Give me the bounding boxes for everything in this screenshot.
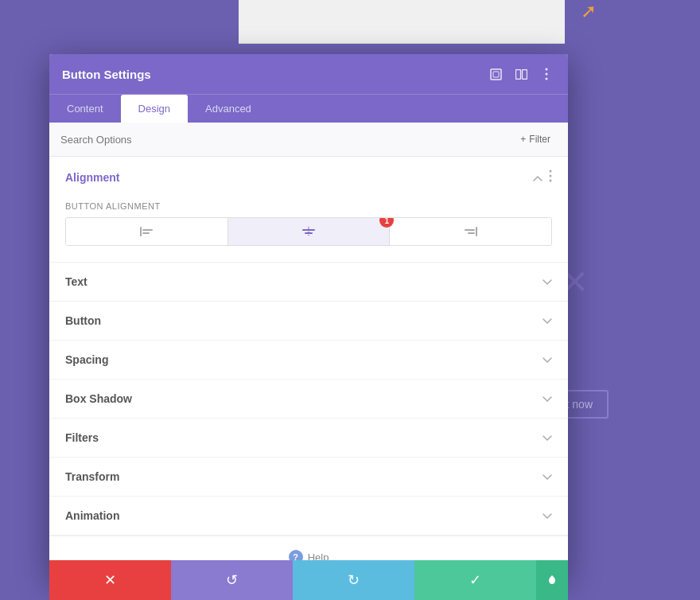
section-spacing: Spacing	[49, 341, 568, 380]
filter-label: Filter	[529, 134, 550, 145]
section-button: Button	[49, 302, 568, 341]
section-alignment-title: Alignment	[65, 171, 119, 184]
section-animation-title: Animation	[65, 509, 119, 522]
tab-content[interactable]: Content	[49, 95, 121, 123]
search-input[interactable]	[60, 134, 514, 146]
extra-action-button[interactable]	[536, 560, 568, 600]
section-transform-header[interactable]: Transform	[49, 458, 568, 496]
button-chevron-icon	[542, 315, 552, 327]
section-transform: Transform	[49, 458, 568, 497]
button-settings-modal: Button Settings	[49, 54, 568, 577]
alignment-content: Button Alignment 1	[49, 198, 568, 262]
section-spacing-header[interactable]: Spacing	[49, 341, 568, 379]
redo-button[interactable]: ↻	[293, 560, 414, 600]
align-center-button[interactable]: 1	[228, 218, 391, 245]
save-button[interactable]: ✓	[414, 560, 536, 600]
alignment-buttons-group: 1	[65, 217, 552, 246]
section-filters-title: Filters	[65, 431, 99, 444]
section-button-title: Button	[65, 314, 101, 327]
section-transform-title: Transform	[65, 470, 119, 483]
more-options-icon[interactable]	[538, 65, 555, 83]
button-alignment-label: Button Alignment	[65, 201, 552, 211]
svg-point-6	[546, 78, 548, 80]
alignment-chevron-up-icon	[533, 172, 542, 184]
svg-point-5	[546, 73, 548, 76]
reset-button[interactable]: ↺	[171, 560, 293, 600]
section-text-header[interactable]: Text	[49, 263, 568, 301]
modal-title: Button Settings	[62, 68, 151, 81]
section-animation-header[interactable]: Animation	[49, 497, 568, 535]
tab-advanced[interactable]: Advanced	[188, 95, 269, 123]
align-left-button[interactable]	[66, 218, 228, 245]
section-animation: Animation	[49, 497, 568, 536]
columns-icon[interactable]	[512, 65, 530, 83]
section-box-shadow-title: Box Shadow	[65, 392, 132, 405]
box-shadow-chevron-icon	[542, 393, 552, 405]
section-box-shadow: Box Shadow	[49, 380, 568, 419]
section-text: Text	[49, 263, 568, 302]
animation-chevron-icon	[542, 510, 552, 522]
modal-header: Button Settings	[49, 54, 568, 94]
bg-arrow: ➚	[581, 0, 597, 22]
section-box-shadow-header[interactable]: Box Shadow	[49, 380, 568, 418]
svg-point-8	[550, 175, 552, 177]
section-button-header[interactable]: Button	[49, 302, 568, 340]
alignment-dots-icon[interactable]	[549, 169, 552, 185]
filters-chevron-icon	[542, 432, 552, 444]
spacing-chevron-icon	[542, 354, 552, 366]
section-alignment: Alignment	[49, 157, 568, 263]
modal-tabs: Content Design Advanced	[49, 94, 568, 123]
transform-chevron-icon	[542, 471, 552, 483]
svg-rect-3	[522, 69, 527, 79]
action-bar: ✕ ↺ ↻ ✓	[49, 560, 568, 600]
cancel-button[interactable]: ✕	[49, 560, 171, 600]
section-filters-header[interactable]: Filters	[49, 419, 568, 457]
section-alignment-header[interactable]: Alignment	[49, 157, 568, 198]
svg-point-4	[546, 68, 548, 71]
text-chevron-icon	[542, 276, 552, 288]
filter-button[interactable]: + Filter	[514, 131, 557, 148]
tab-design[interactable]: Design	[121, 95, 188, 123]
svg-point-7	[550, 170, 552, 173]
expand-icon[interactable]	[487, 65, 504, 83]
svg-rect-0	[491, 69, 501, 80]
section-filters: Filters	[49, 419, 568, 458]
svg-point-9	[550, 180, 552, 182]
section-text-title: Text	[65, 275, 88, 288]
search-bar: + Filter	[49, 123, 568, 157]
align-right-button[interactable]	[390, 218, 551, 245]
modal-body: + Filter Alignment	[49, 123, 568, 577]
svg-rect-1	[493, 72, 499, 77]
bg-top-panel	[239, 0, 565, 44]
svg-rect-2	[515, 69, 520, 79]
filter-plus-icon: +	[520, 134, 526, 145]
section-spacing-title: Spacing	[65, 353, 108, 366]
alignment-controls	[533, 169, 552, 185]
modal-header-icons	[487, 65, 555, 83]
